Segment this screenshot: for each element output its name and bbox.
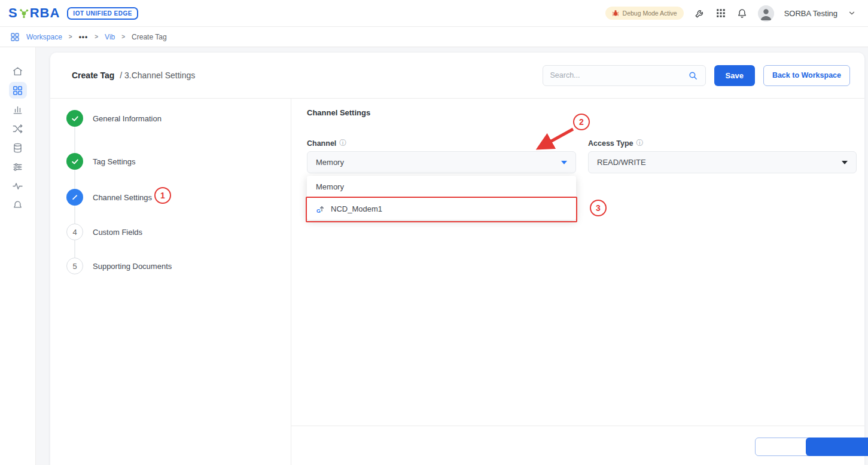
annotation-marker-3: 3 — [590, 200, 607, 216]
sidebar-activity-icon[interactable] — [9, 178, 27, 194]
page-title-primary: Create Tag — [72, 71, 114, 80]
wrench-icon[interactable] — [694, 8, 705, 19]
step-channel-settings[interactable]: Channel Settings — [66, 189, 152, 206]
breadcrumb-separator: > — [95, 33, 98, 40]
stepper-form-divider — [291, 99, 291, 465]
logo-suffix: RBA — [30, 5, 60, 21]
step-label: Tag Settings — [93, 157, 136, 166]
step-supporting-documents[interactable]: 5 Supporting Documents — [66, 258, 172, 274]
check-icon — [66, 153, 83, 170]
svg-text:G: G — [316, 208, 321, 214]
logo-prefix: S — [8, 5, 18, 21]
chevron-down-icon — [842, 161, 848, 164]
create-tag-card: Create Tag / 3.Channel Settings Save Bac… — [50, 53, 864, 465]
breadcrumb-workspace[interactable]: Workspace — [26, 33, 62, 41]
notifications-bell-icon[interactable] — [736, 8, 748, 19]
breadcrumb-separator: > — [69, 33, 72, 40]
user-name[interactable]: SORBA Testing — [784, 9, 837, 18]
sidebar-analytics-chart-icon[interactable] — [9, 101, 27, 118]
channel-select[interactable]: Memory — [307, 151, 576, 173]
card-body: General Information Tag Settings Channel… — [50, 99, 864, 465]
search-icon[interactable] — [688, 71, 698, 81]
chevron-down-icon — [561, 161, 567, 164]
workspace-grid-icon — [10, 32, 20, 42]
option-label: Memory — [316, 182, 344, 191]
top-bar-actions: Debug Mode Active — [605, 5, 856, 22]
bug-icon — [612, 10, 619, 17]
dropdown-option-ncd-modem1[interactable]: G NCD_Modem1 — [307, 198, 576, 220]
breadcrumb-separator: > — [121, 33, 125, 40]
access-type-select[interactable]: READ/WRITE — [588, 151, 857, 173]
step-general-information[interactable]: General Information — [66, 110, 162, 127]
top-bar: S RBA IOT UNIFIED EDGE — [0, 0, 868, 27]
page-title-step: / 3.Channel Settings — [120, 71, 195, 80]
search-box — [543, 65, 706, 86]
back-to-workspace-button[interactable]: Back to Workspace — [763, 65, 850, 86]
step-label: General Information — [93, 114, 162, 123]
dropdown-option-memory[interactable]: Memory — [307, 176, 576, 198]
sidebar-alarm-bell-icon[interactable] — [9, 197, 27, 213]
user-avatar[interactable] — [758, 5, 774, 22]
access-type-label: Access Type ⓘ — [588, 138, 644, 148]
molecule-icon — [19, 8, 29, 19]
info-icon: ⓘ — [636, 138, 644, 148]
sidebar-modules-grid-icon[interactable] — [9, 82, 27, 99]
sidebar-home-icon[interactable] — [9, 63, 27, 79]
sidebar-database-icon[interactable] — [9, 139, 27, 156]
search-input[interactable] — [550, 71, 683, 79]
debug-mode-badge: Debug Mode Active — [605, 7, 684, 20]
pencil-icon — [66, 189, 83, 206]
apps-grid-icon[interactable] — [715, 8, 726, 19]
breadcrumb: Workspace > ••• > Vib > Create Tag — [0, 27, 868, 47]
access-type-label-text: Access Type — [588, 139, 634, 148]
step-label: Channel Settings — [93, 193, 152, 202]
step-custom-fields[interactable]: 4 Custom Fields — [66, 224, 142, 240]
channel-label-text: Channel — [307, 139, 336, 148]
left-sidebar — [0, 47, 36, 465]
step-number: 5 — [66, 258, 83, 274]
info-icon: ⓘ — [339, 138, 346, 148]
check-icon — [66, 110, 83, 127]
sorba-logo-word: S RBA — [8, 5, 60, 21]
breadcrumb-collapsed[interactable]: ••• — [79, 33, 89, 41]
section-title: Channel Settings — [307, 108, 370, 117]
channel-select-value: Memory — [316, 158, 344, 167]
annotation-marker-1: 1 — [154, 187, 171, 204]
footer-divider — [291, 426, 864, 426]
channel-label: Channel ⓘ — [307, 138, 346, 148]
channel-dropdown-menu: Memory G NCD_Modem1 — [307, 176, 576, 220]
page-title: Create Tag / 3.Channel Settings — [72, 71, 195, 80]
access-type-select-value: READ/WRITE — [597, 158, 646, 167]
user-menu-chevron-down-icon[interactable] — [848, 9, 856, 17]
step-label: Custom Fields — [93, 228, 142, 237]
step-tag-settings[interactable]: Tag Settings — [66, 153, 136, 170]
step-label: Supporting Documents — [93, 262, 172, 271]
annotation-marker-2: 2 — [573, 114, 590, 130]
sidebar-shuffle-icon[interactable] — [9, 120, 27, 137]
breadcrumb-current: Create Tag — [132, 33, 166, 41]
sorba-logo[interactable]: S RBA IOT UNIFIED EDGE — [8, 5, 138, 21]
breadcrumb-vib[interactable]: Vib — [105, 33, 115, 41]
sidebar-sliders-icon[interactable] — [9, 158, 27, 175]
option-label: NCD_Modem1 — [331, 204, 382, 213]
debug-mode-label: Debug Mode Active — [623, 10, 677, 17]
step-number: 4 — [66, 224, 83, 240]
gateway-upload-icon: G — [316, 204, 325, 214]
product-badge: IOT UNIFIED EDGE — [67, 7, 138, 20]
next-button[interactable]: Next — [806, 438, 868, 456]
card-header: Create Tag / 3.Channel Settings Save Bac… — [50, 53, 864, 99]
save-button[interactable]: Save — [714, 65, 755, 86]
